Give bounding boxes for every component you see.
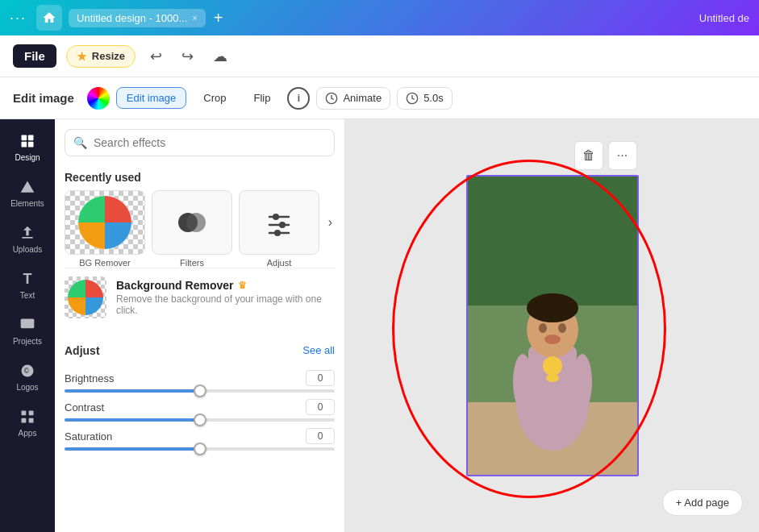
bg-remover-name: Background Remover ♛ xyxy=(116,279,335,292)
panel-content: Recently used BG Remover xyxy=(55,163,344,532)
more-tabs-icon[interactable]: ··· xyxy=(10,10,27,27)
crop-button[interactable]: Crop xyxy=(193,87,236,109)
photo-svg xyxy=(468,177,637,475)
canvas-area: 🗑 ··· xyxy=(345,119,759,532)
tab-close-icon[interactable]: × xyxy=(192,13,197,23)
svg-point-23 xyxy=(274,230,281,236)
sidebar-label-logos: Logos xyxy=(16,383,38,392)
sidebar-item-uploads[interactable]: Uploads xyxy=(4,218,51,260)
sidebar-item-projects[interactable]: Projects xyxy=(4,310,51,352)
svg-point-31 xyxy=(539,323,547,333)
svg-rect-13 xyxy=(29,418,34,423)
animate-button[interactable]: Animate xyxy=(316,87,390,110)
search-input[interactable] xyxy=(94,136,326,149)
search-icon: 🔍 xyxy=(73,136,87,149)
projects-icon xyxy=(19,316,36,334)
sidebar: Design Elements Uploads T Text Projects xyxy=(0,119,55,532)
edit-image-title: Edit image xyxy=(13,91,74,105)
contrast-slider-row: Contrast 0 xyxy=(65,399,335,422)
info-button[interactable]: i xyxy=(287,87,310,110)
svg-rect-25 xyxy=(468,177,637,305)
bg-remover-list-item[interactable]: Background Remover ♛ Remove the backgrou… xyxy=(65,268,335,326)
brightness-fill xyxy=(65,389,200,393)
flip-button[interactable]: Flip xyxy=(243,87,281,109)
brightness-label: Brightness xyxy=(65,372,114,384)
contrast-value[interactable]: 0 xyxy=(306,399,335,415)
sidebar-item-text[interactable]: T Text xyxy=(4,264,51,306)
effect-card-adjust[interactable]: Adjust xyxy=(239,190,319,268)
svg-rect-7 xyxy=(21,319,35,329)
sidebar-item-design[interactable]: Design xyxy=(4,126,51,168)
brightness-thumb[interactable] xyxy=(194,384,206,397)
add-page-button[interactable]: + Add page xyxy=(662,489,743,516)
sidebar-label-projects: Projects xyxy=(13,337,42,346)
sidebar-item-elements[interactable]: Elements xyxy=(4,172,51,214)
bg-remover-thumb xyxy=(65,276,106,318)
home-button[interactable] xyxy=(36,5,62,31)
svg-point-36 xyxy=(543,356,562,376)
effect-card-filters[interactable]: Filters xyxy=(152,190,232,268)
file-button[interactable]: File xyxy=(13,44,56,68)
filters-icon-svg xyxy=(176,206,208,239)
delete-button[interactable]: 🗑 xyxy=(574,141,603,170)
redo-button[interactable]: ↪ xyxy=(177,44,198,69)
color-wheel-button[interactable] xyxy=(87,87,110,110)
see-all-button[interactable]: See all xyxy=(302,344,335,356)
contrast-thumb[interactable] xyxy=(194,414,206,426)
logos-icon: © xyxy=(19,362,36,380)
design-icon xyxy=(19,132,36,150)
adjust-section-header: Adjust See all xyxy=(65,336,335,364)
bg-remover-ball-svg xyxy=(65,276,106,318)
saturation-value[interactable]: 0 xyxy=(306,428,335,444)
edit-panel: 🔍 Recently used xyxy=(55,119,345,532)
canvas-image-container[interactable]: 🗑 ··· xyxy=(466,175,639,476)
saturation-slider-row: Saturation 0 xyxy=(65,428,335,451)
more-icon: ··· xyxy=(617,148,628,163)
undo-button[interactable]: ↩ xyxy=(145,44,167,69)
animate-label: Animate xyxy=(343,92,382,104)
edit-image-button[interactable]: Edit image xyxy=(116,87,186,109)
edit-image-toolbar: Edit image Edit image Crop Flip i Animat… xyxy=(0,77,759,119)
effects-grid: BG Remover Filters xyxy=(65,190,335,268)
svg-point-32 xyxy=(558,323,566,333)
sidebar-label-text: Text xyxy=(20,291,35,300)
contrast-label-row: Contrast 0 xyxy=(65,399,335,415)
brightness-track[interactable] xyxy=(65,389,335,393)
svg-point-21 xyxy=(279,222,286,228)
search-box[interactable]: 🔍 xyxy=(65,129,335,156)
bg-remover-info: Background Remover ♛ Remove the backgrou… xyxy=(116,279,335,316)
brightness-value[interactable]: 0 xyxy=(306,370,335,386)
svg-point-19 xyxy=(273,214,279,220)
adjust-title: Adjust xyxy=(65,344,100,357)
time-button[interactable]: 5.0s xyxy=(397,87,452,110)
svg-point-17 xyxy=(186,213,206,232)
svg-rect-11 xyxy=(29,411,34,416)
elements-icon xyxy=(19,178,36,196)
svg-text:©: © xyxy=(24,367,29,375)
sidebar-item-apps[interactable]: Apps xyxy=(4,401,51,444)
recently-used-title: Recently used xyxy=(65,171,335,184)
saturation-track[interactable] xyxy=(65,447,335,451)
save-button[interactable]: ☁ xyxy=(208,44,232,69)
effect-card-bg-remover[interactable]: BG Remover xyxy=(65,190,145,268)
resize-button[interactable]: ★ Resize xyxy=(66,45,136,68)
effect-label-filters: Filters xyxy=(180,258,204,268)
saturation-label: Saturation xyxy=(65,430,112,443)
saturation-thumb[interactable] xyxy=(194,443,206,455)
sidebar-label-design: Design xyxy=(15,153,40,162)
text-icon: T xyxy=(19,270,36,288)
saturation-fill xyxy=(65,447,200,451)
canvas-toolbar: 🗑 ··· xyxy=(574,141,637,170)
brightness-label-row: Brightness 0 xyxy=(65,370,335,386)
more-options-button[interactable]: ··· xyxy=(608,141,637,170)
svg-point-30 xyxy=(527,293,578,322)
sidebar-item-logos[interactable]: © Logos xyxy=(4,355,51,398)
svg-rect-4 xyxy=(22,142,27,148)
beach-ball-svg xyxy=(77,194,133,251)
svg-rect-12 xyxy=(22,418,27,423)
design-tab[interactable]: Untitled design - 1000... × xyxy=(69,9,206,27)
effects-more-button[interactable]: › xyxy=(326,190,335,255)
add-tab-button[interactable]: + xyxy=(214,9,223,27)
main-toolbar: File ★ Resize ↩ ↪ ☁ xyxy=(0,35,759,77)
contrast-track[interactable] xyxy=(65,418,335,422)
